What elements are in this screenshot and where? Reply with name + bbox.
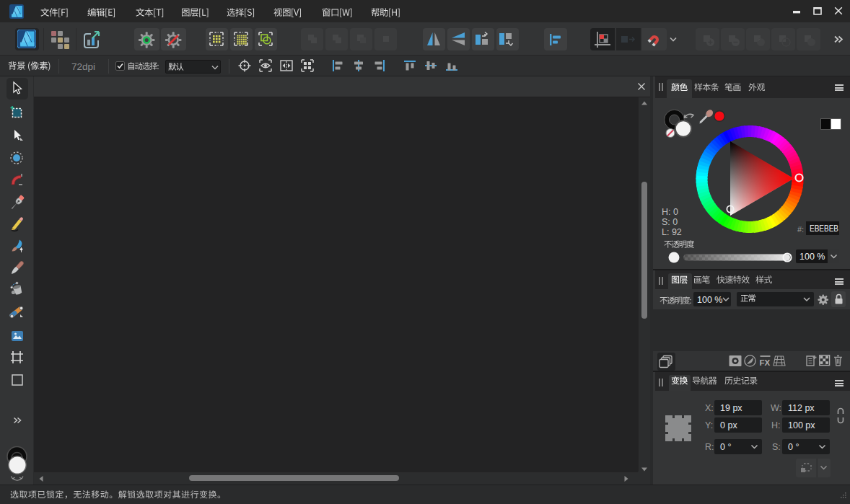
- svg-text:FX: FX: [760, 358, 771, 367]
